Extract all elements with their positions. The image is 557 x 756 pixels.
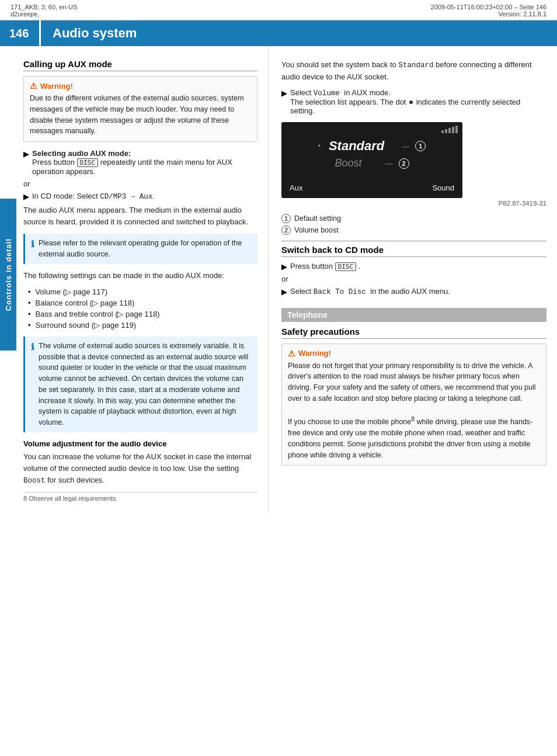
arrow-icon-back: ▶ xyxy=(281,287,287,296)
warning-title-telephone: ⚠ Warning! xyxy=(288,349,540,358)
disc-button-switch: DISC xyxy=(335,262,357,271)
arrow-icon-disc: ▶ xyxy=(281,262,287,271)
info-box-2: ℹ The volume of external audio sources i… xyxy=(23,337,257,432)
arrow-icon-cd: ▶ xyxy=(23,192,29,201)
sound-label-img: Sound xyxy=(432,183,454,192)
caption-text-1: Default setting xyxy=(294,214,341,223)
info-icon-2: ℹ xyxy=(31,341,34,354)
telephone-bar: Telephone xyxy=(281,308,546,322)
side-tab-label: Controls in detail xyxy=(4,238,13,311)
press-button-switch: Press button xyxy=(290,262,333,271)
switch-back-heading: Switch back to CD mode xyxy=(281,245,546,257)
circle-1: 1 xyxy=(415,141,426,151)
caption-1: 1 Default setting xyxy=(281,214,546,223)
caption-text-2: Volume boost xyxy=(294,226,339,234)
right-column: You should set the system back to Standa… xyxy=(269,46,557,514)
aux-appears-text: The audio AUX menu appears. The medium i… xyxy=(23,204,257,228)
period: . xyxy=(358,262,361,271)
dash-separator: — xyxy=(402,142,409,151)
or-text-2: or xyxy=(281,275,546,283)
caption-circle-1: 1 xyxy=(281,214,291,223)
page-title: Audio system xyxy=(41,20,148,46)
standard-code: Standard xyxy=(398,61,433,70)
warning-box-telephone: ⚠ Warning! Please do not forget that you… xyxy=(281,344,546,466)
meta-left: 171_AKB; 3; 60, en-USd2ureepe, xyxy=(11,4,77,18)
select-volume-item: ▶ Select Volume in AUX mode. The selecti… xyxy=(281,88,546,115)
page-header: 146 Audio system xyxy=(0,20,557,46)
aux-label-img: Aux xyxy=(290,183,302,192)
following-settings-text: The following settings can be made in th… xyxy=(23,270,257,282)
volume-code: Volume xyxy=(314,89,344,98)
cd-mode-code: CD/MP3 → Aux xyxy=(100,193,152,201)
set-standard-text: You should set the system back to Standa… xyxy=(281,59,546,84)
aux-image: • Standard — 1 Boost — 2 Aux Sound xyxy=(281,122,462,198)
warning-icon: ⚠ xyxy=(30,81,37,91)
settings-list: Volume (▷ page 117) Balance control (▷ p… xyxy=(28,286,257,331)
warning-title-aux: ⚠ Warning! xyxy=(30,81,251,91)
list-item-bass: Bass and treble control (▷ page 118) xyxy=(28,308,257,320)
dot-current: • xyxy=(318,142,321,150)
left-column: Calling up AUX mode ⚠ Warning! Due to th… xyxy=(0,46,269,514)
page-metadata: 171_AKB; 3; 60, en-USd2ureepe, 2009-05-1… xyxy=(0,0,557,20)
info-text-2: The volume of external audio sources is … xyxy=(39,341,252,428)
main-content: Calling up AUX mode ⚠ Warning! Due to th… xyxy=(0,46,557,514)
warning-icon-tel: ⚠ xyxy=(288,349,295,358)
circle-2: 2 xyxy=(399,158,409,169)
telephone-section: Telephone Safety precautions ⚠ Warning! … xyxy=(281,308,546,466)
volume-heading: Volume adjustment for the audio device xyxy=(23,439,257,448)
in-aux-menu-text: in the audio AUX menu. xyxy=(370,287,450,296)
warning-text-telephone: Please do not forget that your primary r… xyxy=(288,360,540,461)
cd-mode-prefix: In CD mode: Select xyxy=(32,192,98,200)
standard-row: • Standard — 1 xyxy=(318,138,426,154)
signal-bars xyxy=(441,126,458,133)
side-tab: Controls in detail xyxy=(0,199,16,351)
press-disc-item: ▶ Press button DISC . xyxy=(281,262,546,271)
footnote: 8 Observe all legal requirements. xyxy=(23,492,257,502)
boost-row: Boost — 2 xyxy=(335,157,409,169)
arrow-icon: ▶ xyxy=(23,150,29,158)
disc-button-aux: DISC xyxy=(77,158,99,167)
image-caption-code: P82.87-3419-31 xyxy=(281,200,546,207)
caption-circle-2: 2 xyxy=(281,226,291,235)
boost-code: Boost xyxy=(23,477,46,485)
boost-label-img: Boost xyxy=(335,157,361,169)
warning-box-aux: ⚠ Warning! Due to the different volumes … xyxy=(23,76,257,142)
warning-text-aux: Due to the different volumes of the exte… xyxy=(30,93,251,137)
caption-2: 2 Volume boost xyxy=(281,226,546,235)
back-to-disc-code: Back To Disc xyxy=(314,288,371,296)
info-box-1: ℹ Please refer to the relevant operating… xyxy=(23,234,257,264)
list-item-surround: Surround sound (▷ page 119) xyxy=(28,320,257,331)
press-button-text: Press button xyxy=(32,158,75,167)
list-item-balance: Balance control (▷ page 118) xyxy=(28,297,257,308)
cd-mode-item: ▶ In CD mode: Select CD/MP3 → Aux. xyxy=(23,192,257,201)
selecting-audio-item: ▶ Selecting audio AUX mode: Press button… xyxy=(23,149,257,176)
dash-separator-2: — xyxy=(385,159,393,168)
dot-indicator xyxy=(409,100,413,104)
select-back-item: ▶ Select Back To Disc in the audio AUX m… xyxy=(281,287,546,296)
aux-image-container: • Standard — 1 Boost — 2 Aux Sound P82.8… xyxy=(281,122,546,207)
info-text-1: Please refer to the relevant operating g… xyxy=(39,238,252,260)
standard-label-img: Standard xyxy=(329,138,384,154)
cd-mode-suffix: . xyxy=(152,192,155,200)
info-icon-1: ℹ xyxy=(31,238,34,251)
superscript-8: 8 xyxy=(411,416,415,422)
warning-text-3: If you choose to use the mobile phone8 w… xyxy=(288,418,532,459)
safety-precautions-heading: Safety precautions xyxy=(281,327,546,339)
selecting-audio-label: Selecting audio AUX mode: xyxy=(32,149,131,158)
select-back-text: Select xyxy=(290,287,311,296)
volume-text: You can increase the volume for the AUX … xyxy=(23,451,257,487)
section-rule-1 xyxy=(281,241,546,241)
or-text-1: or xyxy=(23,179,257,188)
meta-right: 2009-05-11T16:00:23+02:00 – Seite 146Ver… xyxy=(431,4,546,18)
page-number: 146 xyxy=(0,20,41,46)
arrow-icon-vol: ▶ xyxy=(281,89,287,98)
list-item-volume: Volume (▷ page 117) xyxy=(28,286,257,297)
calling-aux-heading: Calling up AUX mode xyxy=(23,59,257,71)
select-text: Select xyxy=(290,88,311,97)
